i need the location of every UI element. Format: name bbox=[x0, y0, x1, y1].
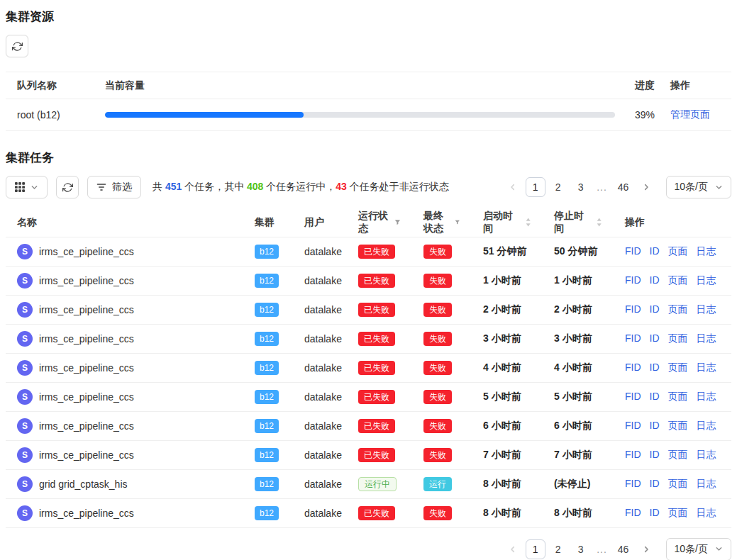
pagination-next-button[interactable] bbox=[636, 177, 656, 197]
pagination-page-1[interactable]: 1 bbox=[526, 177, 545, 197]
pagination-ellipsis[interactable]: ... bbox=[594, 544, 611, 555]
pagination-page-3[interactable]: 3 bbox=[571, 177, 591, 197]
action-link-id[interactable]: ID bbox=[650, 478, 660, 489]
run-status-cell: 已失败 bbox=[347, 440, 412, 469]
action-link-日志[interactable]: 日志 bbox=[697, 303, 716, 315]
page-size-value: 10条/页 bbox=[675, 543, 708, 556]
tasks-refresh-button[interactable] bbox=[56, 176, 79, 198]
pagination-top: 123...4610条/页 bbox=[503, 176, 731, 198]
cluster-cell: b12 bbox=[243, 469, 293, 498]
action-link-日志[interactable]: 日志 bbox=[697, 332, 716, 344]
action-link-fid[interactable]: FID bbox=[625, 362, 641, 373]
action-link-fid[interactable]: FID bbox=[625, 420, 641, 431]
avatar: S bbox=[17, 418, 33, 434]
user-cell: datalake bbox=[293, 237, 347, 266]
final-status-cell: 失败 bbox=[412, 440, 472, 469]
run-status-badge: 已失败 bbox=[358, 448, 395, 462]
action-link-id[interactable]: ID bbox=[650, 332, 660, 344]
action-link-页面[interactable]: 页面 bbox=[668, 245, 688, 257]
action-link-页面[interactable]: 页面 bbox=[668, 507, 688, 518]
action-link-日志[interactable]: 日志 bbox=[697, 449, 716, 460]
action-link-日志[interactable]: 日志 bbox=[697, 274, 716, 286]
filter-funnel-icon[interactable] bbox=[394, 218, 401, 226]
resources-refresh-button[interactable] bbox=[6, 35, 28, 57]
final-status-cell: 失败 bbox=[412, 498, 472, 527]
action-link-日志[interactable]: 日志 bbox=[697, 507, 716, 518]
action-link-fid[interactable]: FID bbox=[625, 274, 641, 286]
cluster-tag: b12 bbox=[255, 274, 279, 288]
pagination-next-button[interactable] bbox=[636, 539, 656, 559]
cluster-tasks-title: 集群任务 bbox=[6, 150, 731, 166]
pagination-prev-button[interactable] bbox=[503, 177, 523, 197]
filter-button[interactable]: 筛选 bbox=[87, 176, 141, 198]
action-link-日志[interactable]: 日志 bbox=[697, 362, 716, 373]
col-action: 操作 bbox=[614, 208, 731, 237]
task-start-time: 5 小时前 bbox=[483, 391, 521, 402]
action-link-id[interactable]: ID bbox=[650, 507, 660, 518]
start-time-cell: 8 小时前 bbox=[472, 498, 543, 527]
pagination-page-46[interactable]: 46 bbox=[614, 177, 633, 197]
action-link-fid[interactable]: FID bbox=[625, 391, 641, 402]
action-link-页面[interactable]: 页面 bbox=[668, 449, 688, 460]
task-name: irms_ce_pipeline_ccs bbox=[39, 391, 134, 403]
action-link-页面[interactable]: 页面 bbox=[668, 420, 688, 431]
task-name: irms_ce_pipeline_ccs bbox=[39, 246, 134, 257]
action-link-id[interactable]: ID bbox=[650, 449, 660, 460]
action-link-fid[interactable]: FID bbox=[625, 478, 641, 489]
action-link-id[interactable]: ID bbox=[650, 245, 660, 257]
avatar: S bbox=[17, 447, 33, 463]
action-link-fid[interactable]: FID bbox=[625, 507, 641, 518]
manage-page-link[interactable]: 管理页面 bbox=[670, 108, 710, 120]
name-cell: S irms_ce_pipeline_ccs bbox=[6, 440, 243, 469]
start-time-cell: 1 小时前 bbox=[472, 266, 543, 295]
action-link-页面[interactable]: 页面 bbox=[668, 303, 688, 315]
pagination-page-1[interactable]: 1 bbox=[526, 539, 545, 559]
page-size-select[interactable]: 10条/页 bbox=[666, 176, 731, 198]
filter-funnel-icon[interactable] bbox=[455, 218, 460, 226]
page-size-select[interactable]: 10条/页 bbox=[666, 538, 731, 560]
action-link-页面[interactable]: 页面 bbox=[668, 274, 688, 286]
action-link-日志[interactable]: 日志 bbox=[697, 478, 716, 489]
action-link-id[interactable]: ID bbox=[650, 303, 660, 315]
pagination-page-3[interactable]: 3 bbox=[571, 539, 591, 559]
action-link-页面[interactable]: 页面 bbox=[668, 362, 688, 373]
sorter-icon[interactable] bbox=[525, 217, 531, 228]
cluster-tag: b12 bbox=[255, 390, 279, 404]
action-link-日志[interactable]: 日志 bbox=[697, 420, 716, 431]
col-capacity: 当前容量 bbox=[105, 72, 626, 99]
cluster-cell: b12 bbox=[243, 440, 293, 469]
action-link-fid[interactable]: FID bbox=[625, 245, 641, 257]
task-actions: FIDID页面日志 bbox=[614, 440, 731, 469]
pagination-prev-button[interactable] bbox=[503, 539, 523, 559]
pagination-page-2[interactable]: 2 bbox=[548, 177, 568, 197]
pagination-page-46[interactable]: 46 bbox=[614, 539, 633, 559]
action-link-页面[interactable]: 页面 bbox=[668, 332, 688, 344]
action-link-fid[interactable]: FID bbox=[625, 332, 641, 344]
action-link-id[interactable]: ID bbox=[650, 362, 660, 373]
stop-time-cell: 5 小时前 bbox=[543, 382, 614, 411]
action-link-id[interactable]: ID bbox=[650, 274, 660, 286]
action-link-日志[interactable]: 日志 bbox=[697, 391, 716, 402]
task-stop-time: 8 小时前 bbox=[554, 507, 592, 518]
chevron-down-icon bbox=[31, 184, 38, 191]
name-cell: S irms_ce_pipeline_ccs bbox=[6, 266, 243, 295]
final-status-cell: 失败 bbox=[412, 266, 472, 295]
action-link-页面[interactable]: 页面 bbox=[668, 478, 688, 489]
start-time-cell: 6 小时前 bbox=[472, 411, 543, 440]
action-link-id[interactable]: ID bbox=[650, 391, 660, 402]
final-status-badge: 失败 bbox=[423, 274, 452, 288]
action-link-页面[interactable]: 页面 bbox=[668, 391, 688, 402]
cluster-cell: b12 bbox=[243, 498, 293, 527]
run-status-cell: 已失败 bbox=[347, 498, 412, 527]
final-status-badge: 失败 bbox=[423, 303, 452, 317]
action-link-fid[interactable]: FID bbox=[625, 449, 641, 460]
action-link-日志[interactable]: 日志 bbox=[697, 245, 716, 257]
chevron-down-icon bbox=[715, 184, 723, 191]
task-start-time: 4 小时前 bbox=[483, 362, 521, 373]
action-link-fid[interactable]: FID bbox=[625, 303, 641, 315]
pagination-page-2[interactable]: 2 bbox=[548, 539, 568, 559]
sorter-icon[interactable] bbox=[596, 217, 602, 228]
layout-grid-button[interactable] bbox=[6, 176, 48, 198]
pagination-ellipsis[interactable]: ... bbox=[594, 181, 611, 193]
action-link-id[interactable]: ID bbox=[650, 420, 660, 431]
